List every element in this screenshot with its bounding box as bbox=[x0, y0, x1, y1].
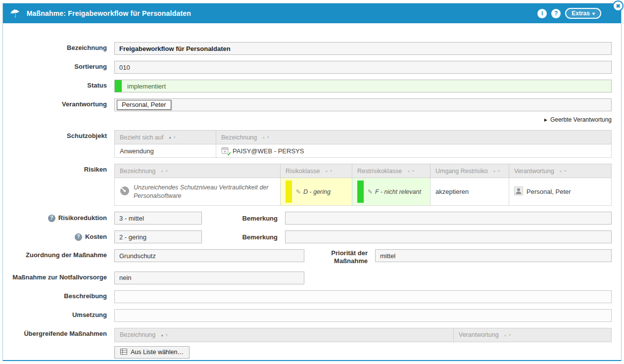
close-icon: ✖ bbox=[616, 3, 620, 9]
sort-arrows-icon: ▲▼ bbox=[503, 333, 512, 337]
schutzobjekt-table: Bezieht sich auf ▲▼ Bezeichnung ▲▼ Anwen… bbox=[114, 130, 612, 158]
beschreibung-input[interactable] bbox=[114, 290, 612, 303]
kosten-input[interactable]: 2 - gering bbox=[114, 230, 202, 243]
geerbte-verantwortung-label: Geerbte Verantwortung bbox=[550, 116, 612, 123]
sortierung-input[interactable]: 010 bbox=[114, 61, 612, 74]
risiken-table: Bezeichnung ▲▼ Risikoklasse ▲▼ Restrisik… bbox=[114, 164, 612, 206]
close-button[interactable]: ✖ bbox=[613, 0, 624, 11]
schutzobjekt-cell-name: ✓ PAISY@WEB - PERSYS bbox=[216, 144, 612, 158]
help-button[interactable]: ? bbox=[551, 9, 561, 18]
question-help-icon[interactable]: ? bbox=[48, 215, 55, 222]
person-icon bbox=[514, 186, 523, 197]
question-help-icon[interactable]: ? bbox=[75, 233, 82, 241]
status-color-block bbox=[115, 80, 122, 92]
check-icon: ✓ bbox=[227, 151, 232, 157]
row-risikoreduktion: ? Risikoreduktion 3 - mittel Bemerkung bbox=[3, 212, 612, 225]
info-button[interactable]: i bbox=[537, 9, 547, 18]
risiken-header-row: Bezeichnung ▲▼ Risikoklasse ▲▼ Restrisik… bbox=[115, 164, 612, 178]
zuordnung-input[interactable]: Grundschutz bbox=[114, 249, 304, 262]
status-value: implementiert bbox=[122, 83, 166, 90]
schutzobjekt-label: Schutzobjekt bbox=[3, 130, 114, 158]
status-input[interactable]: implementiert bbox=[114, 80, 612, 92]
page-title: Maßnahme: Freigabeworkflow für Personald… bbox=[27, 9, 191, 17]
row-kosten: ? Kosten 2 - gering Bemerkung bbox=[3, 230, 612, 243]
verantwortung-label: Verantwortung bbox=[3, 98, 114, 111]
row-beschreibung: Beschreibung bbox=[3, 290, 612, 303]
uebergreifende-col-bezeichnung[interactable]: Bezeichnung ▲▼ bbox=[115, 328, 454, 342]
uebergreifende-massnahmen-label: Übergreifende Maßnahmen bbox=[3, 328, 114, 342]
risikoreduktion-bemerkung-label: Bemerkung bbox=[202, 212, 285, 225]
umsetzung-input[interactable] bbox=[114, 309, 612, 322]
notfallvorsorge-input[interactable]: nein bbox=[114, 272, 304, 284]
help-icon: ? bbox=[554, 10, 558, 17]
risikoreduktion-input[interactable]: 3 - mittel bbox=[114, 212, 202, 225]
sort-arrows-icon: ▲▼ bbox=[261, 136, 270, 139]
sort-arrows-icon: ▲▼ bbox=[167, 136, 176, 139]
risiken-cell-verantwortung: Personal, Peter bbox=[509, 178, 612, 206]
risiken-col-verantwortung[interactable]: Verantwortung ▲▼ bbox=[509, 164, 612, 178]
schutzobjekt-col-bezeichnung[interactable]: Bezeichnung ▲▼ bbox=[216, 131, 612, 144]
risikoklasse-value: D - gering bbox=[303, 188, 331, 195]
risikoreduktion-label: ? Risikoreduktion bbox=[3, 212, 114, 225]
triangle-right-icon: ▶ bbox=[544, 118, 547, 122]
schutzobjekt-row[interactable]: Anwendung ✓ bbox=[115, 144, 612, 158]
schutzobjekt-cell-typ: Anwendung bbox=[115, 144, 216, 158]
extras-label: Extras bbox=[572, 10, 590, 17]
titlebar-actions: i ? Extras ▾ bbox=[537, 8, 616, 19]
risiken-label: Risiken bbox=[3, 164, 114, 206]
bezeichnung-input[interactable]: Freigabeworkflow für Personaldaten bbox=[114, 42, 612, 55]
risikoreduktion-bemerkung-input[interactable] bbox=[285, 212, 612, 225]
kosten-bemerkung-input[interactable] bbox=[285, 230, 612, 243]
kosten-label: ? Kosten bbox=[3, 230, 114, 243]
risiken-col-risikoklasse[interactable]: Risikoklasse ▲▼ bbox=[281, 164, 352, 178]
sort-arrows-icon: ▲▼ bbox=[159, 169, 168, 173]
kosten-bemerkung-label: Bemerkung bbox=[202, 230, 285, 243]
verantwortung-chip[interactable]: Personal, Peter bbox=[117, 100, 171, 110]
row-uebergreifende-massnahmen: Übergreifende Maßnahmen Bezeichnung ▲▼ V… bbox=[3, 328, 612, 342]
titlebar: ☂ Maßnahme: Freigabeworkflow für Persona… bbox=[3, 3, 621, 23]
uebergreifende-massnahmen-table: Bezeichnung ▲▼ Verantwortung ▲▼ bbox=[114, 328, 612, 342]
zuordnung-label: Zuordnung der Maßnahme bbox=[3, 249, 114, 266]
risiken-cell-risikoklasse[interactable]: ✎ D - gering bbox=[281, 178, 352, 206]
risiken-col-umgang-restrisiko[interactable]: Umgang Restrisiko ▲▼ bbox=[431, 164, 509, 178]
aus-liste-waehlen-button[interactable]: Aus Liste wählen… bbox=[114, 346, 190, 359]
risiken-verantwortung-text[interactable]: Personal, Peter bbox=[527, 188, 571, 195]
chevron-down-icon: ▾ bbox=[592, 11, 595, 16]
form-content: Bezeichnung Freigabeworkflow für Persona… bbox=[3, 23, 621, 359]
restrisikoklasse-color-block bbox=[357, 181, 364, 203]
row-bezeichnung: Bezeichnung Freigabeworkflow für Persona… bbox=[3, 42, 612, 55]
beschreibung-label: Beschreibung bbox=[3, 290, 114, 303]
status-label: Status bbox=[3, 80, 114, 92]
risiken-bezeichnung-text[interactable]: Unzureichendes Schutzniveau Vertraulichk… bbox=[134, 183, 275, 200]
prioritaet-label: Priorität der Maßnahme bbox=[304, 249, 375, 266]
row-umsetzung: Umsetzung bbox=[3, 309, 612, 322]
sort-arrows-icon: ▲▼ bbox=[159, 333, 168, 337]
schutzobjekt-name-text[interactable]: PAISY@WEB - PERSYS bbox=[233, 147, 304, 155]
restrisikoklasse-value: F - nicht relevant bbox=[375, 188, 421, 195]
list-icon bbox=[120, 349, 127, 356]
verantwortung-input[interactable]: Personal, Peter bbox=[114, 98, 612, 111]
row-zuordnung: Zuordnung der Maßnahme Grundschutz Prior… bbox=[3, 249, 612, 266]
risiken-cell-restrisikoklasse[interactable]: ✎ F - nicht relevant bbox=[352, 178, 431, 206]
schutzobjekt-col-bezieht-sich-auf[interactable]: Bezieht sich auf ▲▼ bbox=[115, 131, 216, 144]
app-window: ☂ Maßnahme: Freigabeworkflow für Persona… bbox=[2, 3, 622, 361]
pencil-icon: ✎ bbox=[368, 188, 373, 195]
sort-arrows-icon: ▲▼ bbox=[406, 169, 415, 173]
uebergreifende-header-row: Bezeichnung ▲▼ Verantwortung ▲▼ bbox=[115, 328, 612, 342]
schutzobjekt-header-row: Bezieht sich auf ▲▼ Bezeichnung ▲▼ bbox=[115, 131, 612, 144]
risiken-col-bezeichnung[interactable]: Bezeichnung ▲▼ bbox=[115, 164, 281, 178]
aus-liste-waehlen-label: Aus Liste wählen… bbox=[131, 349, 184, 356]
row-risiken: Risiken Bezeichnung ▲▼ Risikoklasse ▲▼ bbox=[3, 164, 612, 206]
sort-arrows-icon: ▲▼ bbox=[492, 169, 501, 173]
risiken-col-restrisikoklasse[interactable]: Restrisikoklasse ▲▼ bbox=[352, 164, 431, 178]
sortierung-label: Sortierung bbox=[3, 61, 114, 74]
row-sortierung: Sortierung 010 bbox=[3, 61, 612, 74]
uebergreifende-col-verantwortung[interactable]: Verantwortung ▲▼ bbox=[454, 328, 612, 342]
risikoklasse-color-block bbox=[286, 181, 292, 203]
prioritaet-input[interactable]: mittel bbox=[375, 249, 612, 262]
geerbte-verantwortung-link[interactable]: ▶ Geerbte Verantwortung bbox=[544, 116, 612, 123]
extras-button[interactable]: Extras ▾ bbox=[565, 8, 601, 19]
risiken-row[interactable]: Unzureichendes Schutzniveau Vertraulichk… bbox=[115, 178, 612, 206]
info-icon: i bbox=[541, 10, 543, 17]
anwendung-icon: ✓ bbox=[221, 147, 229, 155]
